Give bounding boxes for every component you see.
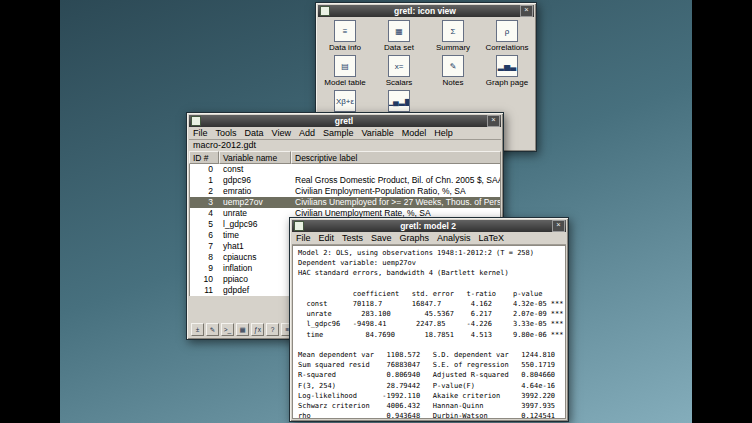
menu-item[interactable]: Graphs xyxy=(396,232,434,244)
variable-row-emratio[interactable]: 2 emratio Civilian Employment-Population… xyxy=(190,186,500,197)
session-icon-graph-page[interactable]: ▂▅▃ Graph page xyxy=(480,55,534,90)
letterbox-right xyxy=(692,0,752,423)
session-icon-glyph: Xβ+ε xyxy=(336,97,354,106)
menu-item[interactable]: Add xyxy=(295,127,319,139)
session-icon-glyph: ▤ xyxy=(341,62,349,71)
window-title: gretl: model 2 xyxy=(304,220,552,232)
icon-view-titlebar[interactable]: gretl: icon view × xyxy=(318,5,534,17)
variable-id: 0 xyxy=(190,164,220,175)
gretl-window-icon xyxy=(320,6,330,16)
open-dataset-name: macro-2012.gdt xyxy=(189,140,501,151)
session-icon-image: ≡ xyxy=(334,20,356,42)
session-icon-label: Correlations xyxy=(485,43,528,52)
menu-item[interactable]: View xyxy=(268,127,295,139)
session-icon-glyph: ✎ xyxy=(450,62,457,71)
variable-id: 1 xyxy=(190,175,220,186)
variable-id: 7 xyxy=(190,241,220,252)
variable-name: inflation xyxy=(220,263,292,274)
variable-id: 8 xyxy=(190,252,220,263)
variable-row-const[interactable]: 0 const xyxy=(190,164,500,175)
session-icon-summary[interactable]: Σ Summary xyxy=(426,20,480,55)
toolbar-button-console[interactable]: >_ xyxy=(221,323,234,336)
menu-item[interactable]: Help xyxy=(430,127,457,139)
variable-id: 10 xyxy=(190,274,220,285)
variable-id: 4 xyxy=(190,208,220,219)
variable-list-header: ID # Variable name Descriptive label xyxy=(189,151,501,164)
variable-name: yhat1 xyxy=(220,241,292,252)
variable-id: 6 xyxy=(190,230,220,241)
model-output-text: Model 2: OLS, using observations 1948:1-… xyxy=(292,245,566,419)
session-icon-label: Data set xyxy=(384,43,414,52)
session-icon-image: ▁▄▂▆ xyxy=(388,90,410,112)
model-menubar: FileEditTestsSaveGraphsAnalysisLaTeX xyxy=(292,232,566,245)
variable-label: Civilian Employment-Population Ratio, %,… xyxy=(292,186,500,197)
gretl-window-icon xyxy=(191,116,201,126)
session-icon-correlations[interactable]: ρ Correlations xyxy=(480,20,534,55)
session-icon-data-set[interactable]: ▦ Data set xyxy=(372,20,426,55)
menu-item[interactable]: File xyxy=(292,232,315,244)
session-icon-glyph: Σ xyxy=(451,27,456,36)
variable-name: l_gdpc96 xyxy=(220,219,292,230)
session-icon-label: Summary xyxy=(436,43,470,52)
menu-item[interactable]: Tools xyxy=(212,127,241,139)
close-icon[interactable]: × xyxy=(520,5,533,17)
menu-item[interactable]: Sample xyxy=(319,127,358,139)
menu-item[interactable]: Model xyxy=(398,127,431,139)
variable-row-uemp27ov[interactable]: 3 uemp27ov Civilians Unemployed for >= 2… xyxy=(190,197,500,208)
session-icon-scalars[interactable]: x= Scalars xyxy=(372,55,426,90)
menu-item[interactable]: Data xyxy=(241,127,268,139)
variable-name: emratio xyxy=(220,186,292,197)
session-icon-glyph: ▂▅▃ xyxy=(498,62,516,71)
toolbar-button-calculator[interactable]: ± xyxy=(191,323,204,336)
session-icon-glyph: ▦ xyxy=(395,27,403,36)
session-icon-label: Notes xyxy=(443,78,464,87)
variable-label xyxy=(292,164,500,175)
column-header-id[interactable]: ID # xyxy=(189,151,219,164)
model-titlebar[interactable]: gretl: model 2 × xyxy=(292,220,566,232)
session-icon-model-table[interactable]: ▤ Model table xyxy=(318,55,372,90)
toolbar-button-session-icon-view[interactable]: ▦ xyxy=(236,323,249,336)
main-menubar: FileToolsDataViewAddSampleVariableModelH… xyxy=(189,127,501,140)
toolbar-button-function-packages[interactable]: ƒx xyxy=(251,323,264,336)
session-icon-image: ▤ xyxy=(334,55,356,77)
session-icon-image: ▂▅▃ xyxy=(496,55,518,77)
column-header-descriptive-label[interactable]: Descriptive label xyxy=(291,151,501,164)
variable-name: uemp27ov xyxy=(220,197,292,208)
session-icon-image: ✎ xyxy=(442,55,464,77)
variable-label: Real Gross Domestic Product, Bil. of Chn… xyxy=(292,175,500,186)
menu-item[interactable]: Edit xyxy=(315,232,339,244)
variable-name: ppiaco xyxy=(220,274,292,285)
session-icon-notes[interactable]: ✎ Notes xyxy=(426,55,480,90)
session-icon-glyph: ≡ xyxy=(343,27,348,36)
session-icon-label: Scalars xyxy=(386,78,413,87)
session-icon-glyph: ▁▄▂▆ xyxy=(388,97,410,106)
toolbar-button-command-reference[interactable]: ? xyxy=(266,323,279,336)
session-icon-label: Model table xyxy=(324,78,365,87)
variable-name: unrate xyxy=(220,208,292,219)
menu-item[interactable]: Variable xyxy=(357,127,397,139)
column-header-variable-name[interactable]: Variable name xyxy=(219,151,291,164)
session-icon-data-info[interactable]: ≡ Data info xyxy=(318,20,372,55)
menu-item[interactable]: Tests xyxy=(338,232,367,244)
variable-label: Civilians Unemployed for >= 27 Weeks, Th… xyxy=(292,197,500,208)
gretl-window-icon xyxy=(294,221,304,231)
close-icon[interactable]: × xyxy=(552,220,565,232)
menu-item[interactable]: Analysis xyxy=(433,232,475,244)
session-icon-glyph: ρ xyxy=(505,27,510,36)
window-title: gretl xyxy=(201,115,487,127)
menu-item[interactable]: LaTeX xyxy=(475,232,509,244)
toolbar-button-new-script[interactable]: ✎ xyxy=(206,323,219,336)
session-icon-image: ρ xyxy=(496,20,518,42)
session-icon-glyph: x= xyxy=(395,62,404,71)
menu-item[interactable]: File xyxy=(189,127,212,139)
variable-id: 3 xyxy=(190,197,220,208)
variable-name: cpiaucns xyxy=(220,252,292,263)
menu-item[interactable]: Save xyxy=(367,232,396,244)
session-icon-image: Xβ+ε xyxy=(334,90,356,112)
variable-row-gdpc96[interactable]: 1 gdpc96 Real Gross Domestic Product, Bi… xyxy=(190,175,500,186)
variable-name: time xyxy=(220,230,292,241)
variable-id: 9 xyxy=(190,263,220,274)
session-icon-label: Data info xyxy=(329,43,361,52)
close-icon[interactable]: × xyxy=(487,115,500,127)
main-titlebar[interactable]: gretl × xyxy=(189,115,501,127)
